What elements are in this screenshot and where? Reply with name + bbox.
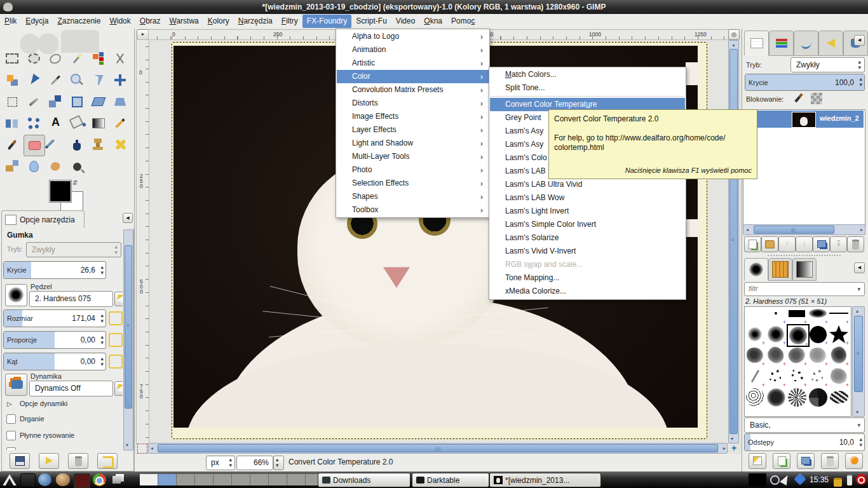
color-item-tone-mapping[interactable]: Tone Mapping... <box>490 271 685 285</box>
workspace-9[interactable] <box>287 474 306 485</box>
launcher-terminal-icon[interactable] <box>74 473 90 488</box>
dodge-burn-tool-icon[interactable] <box>67 156 87 177</box>
window-titlebar[interactable]: *[wiedzmin_2013-03-19_cbodzio] (eksporto… <box>0 0 868 15</box>
delete-brush-button[interactable] <box>821 453 839 469</box>
brush-item[interactable] <box>787 303 807 323</box>
color-item-xmedia-colorize[interactable]: xMedia Colorize... <box>490 285 685 298</box>
brush-select[interactable]: 2. Hardness 075 <box>29 291 113 307</box>
fx-item-light-and-shadow[interactable]: Light and Shadow› <box>337 137 489 150</box>
zoom-tool-icon[interactable] <box>67 70 87 90</box>
edit-brush-button[interactable] <box>114 292 123 306</box>
raise-layer-button[interactable]: ↑ <box>778 236 796 252</box>
tool-options-scrollbar[interactable]: ≡ ▾ <box>123 229 133 451</box>
brush-item[interactable] <box>829 345 849 365</box>
fx-item-shapes[interactable]: Shapes› <box>337 190 489 203</box>
tab-gradients[interactable] <box>792 258 817 281</box>
fx-item-alpha-to-logo[interactable]: Alpha to Logo› <box>337 30 489 43</box>
dynamics-preview-button[interactable] <box>5 374 27 396</box>
eraser-tool-icon[interactable] <box>24 135 45 156</box>
brush-item[interactable] <box>787 387 807 407</box>
spinner-arrows-icon[interactable]: ▴▾ <box>100 334 104 346</box>
ruler-corner-menu-button[interactable]: ▸ <box>137 29 149 40</box>
select-by-color-tool-icon[interactable] <box>88 48 109 69</box>
scroll-up-icon[interactable]: ▴ <box>856 307 858 315</box>
tray-dropbox-icon[interactable] <box>794 473 806 485</box>
perspective-tool-icon[interactable] <box>110 92 130 112</box>
workspace-5[interactable] <box>214 474 232 485</box>
launcher-arch-icon[interactable] <box>1 473 18 486</box>
tray-cursor-icon[interactable] <box>780 473 791 485</box>
fx-item-selection-effects[interactable]: Selection Effects› <box>337 177 489 190</box>
scroll-down-icon[interactable]: ▾ <box>731 435 733 443</box>
color-item-split-tone[interactable]: Split Tone... <box>490 81 685 95</box>
scissors-select-tool-icon[interactable] <box>110 48 130 69</box>
brush-category-select[interactable]: Basic, ▾ <box>744 417 865 433</box>
color-item-lasms-light-invert[interactable]: Lasm's Light Invert <box>490 205 685 218</box>
reset-aspect-button[interactable] <box>109 333 123 347</box>
workspace-6[interactable] <box>232 474 250 485</box>
expander-triangle-icon[interactable]: ▷ <box>7 400 12 407</box>
size-slider[interactable]: Rozmiar 171,04 ▴▾ <box>3 309 106 327</box>
fx-item-layer-effects[interactable]: Layer Effects› <box>337 123 489 137</box>
tray-power-icon[interactable] <box>856 474 867 485</box>
tab-layers[interactable] <box>744 30 769 56</box>
delete-tool-preset-button[interactable] <box>68 453 88 469</box>
fx-item-toolbox[interactable]: Toolbox› <box>337 203 489 217</box>
menu-warstwa[interactable]: Warstwa <box>165 15 203 28</box>
menu-okna[interactable]: Okna <box>419 15 447 28</box>
refresh-brushes-button[interactable] <box>845 453 863 469</box>
menu-kolory[interactable]: Kolory <box>203 15 234 28</box>
layer-list-scroll-thumb[interactable]: ||| <box>754 226 834 234</box>
brush-item[interactable] <box>829 303 849 323</box>
brush-item[interactable] <box>787 345 807 365</box>
launcher-files-icon[interactable] <box>20 473 36 487</box>
dynamics-select[interactable]: Dynamics Off <box>29 381 113 396</box>
layer-opacity-slider[interactable]: Krycie 100,0 ▴▾ <box>745 74 865 91</box>
paths-tool-icon[interactable] <box>24 70 44 90</box>
brush-item[interactable] <box>829 324 849 344</box>
color-item-rgb-swap-and-scale[interactable]: RGB swap and scale... <box>490 258 685 271</box>
blur-tool-icon[interactable] <box>24 156 44 177</box>
zoom-spinner[interactable]: ▴▾ <box>273 456 284 470</box>
dynamics-options-expander[interactable]: Opcje dynamiki <box>20 400 67 407</box>
reset-size-button[interactable] <box>109 311 123 325</box>
brush-filter-input[interactable] <box>747 284 851 293</box>
layer-list-hscrollbar[interactable]: ◂ ||| ▸ <box>743 224 865 235</box>
menu-widok[interactable]: Widok <box>105 15 135 28</box>
task-darktable[interactable]: Darktable <box>412 473 489 487</box>
workspace-7[interactable] <box>250 474 269 485</box>
brush-item[interactable] <box>745 387 765 407</box>
quick-mask-toggle[interactable] <box>137 444 147 454</box>
brush-item[interactable] <box>787 366 807 386</box>
launcher-windows-icon[interactable] <box>111 473 125 486</box>
brush-item[interactable] <box>766 366 786 386</box>
angle-slider[interactable]: Kąt 0,00 ▴▾ <box>3 353 106 370</box>
opacity-slider[interactable]: Krycie 26,6 ▴▾ <box>3 261 106 279</box>
brush-item[interactable] <box>808 366 828 386</box>
scroll-left-icon[interactable]: ◂ <box>746 226 749 234</box>
workspace-3[interactable] <box>177 474 195 485</box>
bucket-fill-tool-icon[interactable] <box>67 113 87 133</box>
anchor-layer-button[interactable]: ↧ <box>830 236 847 252</box>
tray-magnifier-icon[interactable] <box>770 475 780 485</box>
color-item-lasms-solarize[interactable]: Lasm's Solarize <box>490 231 685 245</box>
fx-item-multi-layer-tools[interactable]: Multi-Layer Tools› <box>337 150 489 163</box>
ink-tool-icon[interactable] <box>67 135 87 155</box>
scroll-left-icon[interactable]: ◂ <box>151 444 153 452</box>
brush-spacing-slider[interactable]: Odstępy 10,0 ▴▾ <box>744 433 865 451</box>
reset-tool-options-button[interactable] <box>97 453 118 469</box>
workspace-4[interactable] <box>195 474 214 485</box>
tab-paths[interactable] <box>794 30 818 56</box>
spinner-arrows-icon[interactable]: ▴▾ <box>100 356 104 367</box>
smooth-stroke-checkbox[interactable] <box>6 431 16 440</box>
clone-tool-icon[interactable] <box>88 135 109 155</box>
scroll-down-icon[interactable]: ▾ <box>856 408 858 416</box>
zoom-input[interactable]: 66% <box>236 456 273 470</box>
brush-item[interactable] <box>808 324 828 344</box>
taskbar-clock[interactable]: 15:35 <box>810 475 829 484</box>
pencil-tool-icon[interactable] <box>110 113 130 133</box>
brush-item[interactable] <box>745 366 765 386</box>
brush-item[interactable] <box>766 303 786 323</box>
canvas-vscrollbar[interactable]: ▴ ≡ ▾ <box>728 40 739 444</box>
menu-filtry[interactable]: Filtry <box>277 15 302 28</box>
